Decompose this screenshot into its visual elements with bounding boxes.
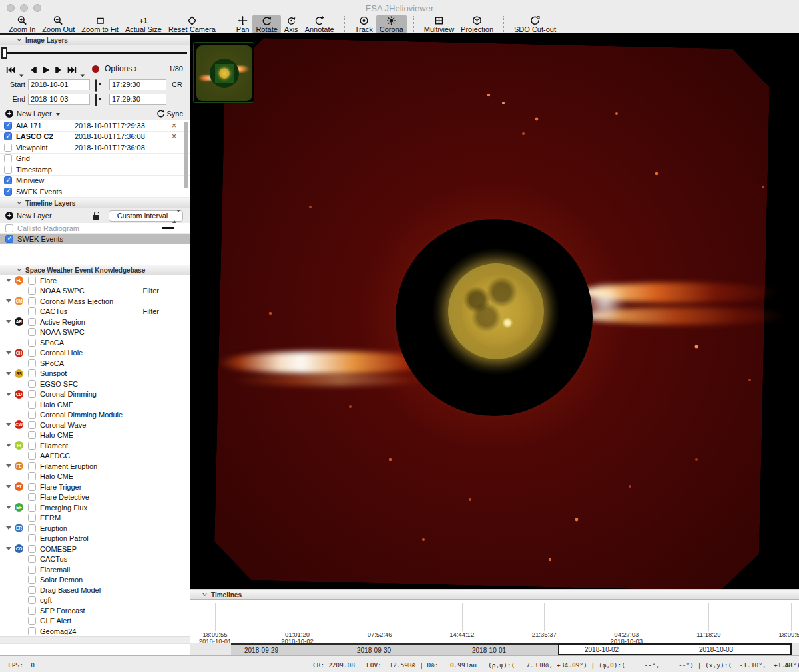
toolbar-multiview-button[interactable]: Multiview [421,15,457,34]
swek-source-row[interactable]: Halo CME [0,472,190,482]
swek-source-checkbox[interactable] [28,287,36,295]
calendar-icon[interactable] [95,80,105,89]
swek-group-checkbox[interactable] [28,390,36,398]
layer-row[interactable]: Grid [0,154,190,165]
swek-source-row[interactable]: SEP Forecast [0,605,190,616]
swek-source-row[interactable]: AAFDCC [0,451,190,462]
layer-checkbox[interactable] [4,166,12,174]
toolbar-track-button[interactable]: Track [352,15,376,34]
timeline-layer-checkbox[interactable] [5,224,13,232]
start-time-input[interactable] [109,79,166,90]
scrollbar-thumb[interactable] [184,122,188,188]
toolbar-axis-button[interactable]: Axis [281,15,302,34]
layer-row[interactable]: Viewpoint2018-10-01T17:36:08 [0,142,190,154]
new-layer-button[interactable]: New Layer [17,110,52,118]
timeline-layers-header[interactable]: Timeline Layers [0,198,190,208]
scrubber-handle[interactable] [1,47,7,59]
swek-group-row[interactable]: EFEmerging Flux [0,502,190,513]
swek-source-checkbox[interactable] [28,472,36,480]
swek-group-row[interactable]: FEFilament Eruption [0,461,190,472]
swek-source-checkbox[interactable] [28,339,36,347]
swek-source-row[interactable]: SPoCA [0,337,190,348]
timeline-band-past[interactable]: 2018-09-292018-09-302018-10-01 [231,643,558,655]
swek-source-checkbox[interactable] [28,307,36,315]
swek-group-checkbox[interactable] [28,524,36,532]
swek-source-checkbox[interactable] [28,607,36,615]
swek-source-row[interactable]: Halo CME [0,399,190,410]
swek-group-checkbox[interactable] [28,318,36,326]
plus-circle-icon[interactable]: + [5,212,13,220]
expander-triangle-icon[interactable] [6,506,11,509]
swek-source-row[interactable]: Coronal Dimming Module [0,410,190,420]
swek-source-checkbox[interactable] [28,493,36,501]
toolbar-corona-button[interactable]: Corona [376,15,407,34]
swek-source-row[interactable]: SPoCA [0,358,190,369]
swek-source-row[interactable]: Solar Demon [0,575,190,586]
caret-down-icon[interactable] [56,113,60,116]
timeline-band-selected[interactable]: 2018-10-022018-10-03 [558,643,792,655]
swek-source-checkbox[interactable] [28,411,36,419]
layer-checkbox[interactable] [4,122,12,130]
toolbar-projection-button[interactable]: Projection [457,15,497,34]
expander-triangle-icon[interactable] [6,444,11,447]
timeline-date-band[interactable]: 2018-09-292018-09-302018-10-01 2018-10-0… [190,643,799,655]
swek-source-row[interactable]: EGSO SFC [0,379,190,389]
swek-source-checkbox[interactable] [28,534,36,542]
filter-link[interactable]: Filter [143,287,159,295]
swek-group-row[interactable]: COCOMESEP [0,544,190,554]
new-timeline-layer-button[interactable]: New Layer [17,212,52,220]
swek-group-checkbox[interactable] [28,277,36,285]
layer-checkbox[interactable] [4,176,12,184]
swek-source-checkbox[interactable] [28,576,36,584]
expander-triangle-icon[interactable] [6,299,11,303]
expander-triangle-icon[interactable] [6,351,11,355]
swek-group-row[interactable]: CHCoronal Hole [0,348,190,359]
expander-triangle-icon[interactable] [6,547,11,550]
layer-row[interactable]: AIA 1712018-10-01T17:29:33× [0,120,190,132]
end-date-input[interactable] [28,94,90,105]
swek-group-checkbox[interactable] [28,349,36,357]
layer-checkbox[interactable] [4,144,12,152]
toolbar-zoom-out-button[interactable]: Zoom Out [39,15,78,34]
swek-group-checkbox[interactable] [28,297,36,305]
swek-source-checkbox[interactable] [28,617,36,625]
swek-group-row[interactable]: CDCoronal Dimming [0,389,190,400]
swek-source-checkbox[interactable] [28,380,36,388]
carrington-label[interactable]: CR [172,81,182,88]
swek-group-checkbox[interactable] [28,545,36,553]
solar-viewport[interactable] [190,33,799,589]
step-back-icon[interactable] [28,65,39,73]
swek-source-checkbox[interactable] [28,566,36,574]
layer-close-button[interactable]: × [172,122,176,129]
expander-triangle-icon[interactable] [6,464,11,468]
expander-triangle-icon[interactable] [6,526,11,530]
lock-icon[interactable] [93,212,99,220]
swek-source-row[interactable]: GLE Alert [0,616,190,627]
swek-source-checkbox[interactable] [28,627,36,635]
swek-source-checkbox[interactable] [28,596,36,604]
options-button[interactable]: Options › [105,64,137,73]
swek-source-checkbox[interactable] [28,555,36,563]
swek-source-row[interactable]: Drag Based Model [0,585,190,595]
end-time-input[interactable] [109,94,166,105]
swek-source-row[interactable]: Flaremail [0,564,190,575]
swek-source-row[interactable]: NOAA SWPC [0,327,190,338]
swek-group-row[interactable]: ARActive Region [0,317,190,327]
swek-group-checkbox[interactable] [28,483,36,491]
swek-group-checkbox[interactable] [28,369,36,377]
expander-triangle-icon[interactable] [6,372,11,375]
toolbar-reset-camera-button[interactable]: Reset Camera [165,15,219,34]
toolbar-annotate-button[interactable]: Annotate [302,15,338,34]
swek-source-checkbox[interactable] [28,586,36,594]
swek-source-checkbox[interactable] [28,401,36,409]
layer-close-button[interactable]: × [172,133,176,140]
swek-header[interactable]: Space Weather Event Knowledgebase [0,265,190,275]
layer-row[interactable]: Timestamp [0,164,190,176]
expander-triangle-icon[interactable] [6,423,11,426]
swek-source-row[interactable]: cgft [0,595,190,606]
layer-checkbox[interactable] [4,132,12,140]
image-layers-header[interactable]: Image Layers [0,35,190,45]
expander-triangle-icon[interactable] [6,320,11,323]
layer-row[interactable]: SWEK Events [0,186,190,198]
toolbar-pan-button[interactable]: Pan [233,15,253,34]
